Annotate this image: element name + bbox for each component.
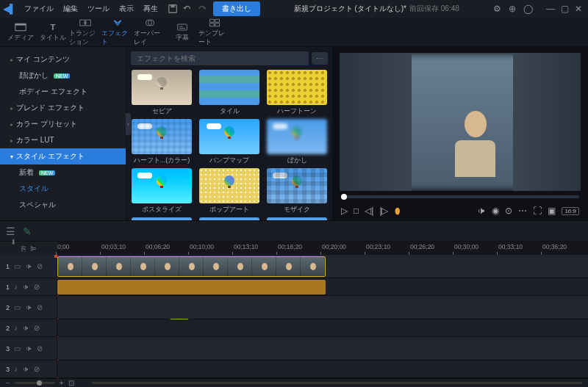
tab-subtitle[interactable]: 字幕	[166, 22, 198, 43]
new-badge: NEW	[54, 73, 70, 79]
effect-bumpmap[interactable]: バンプマップ	[197, 119, 262, 165]
video-icon: ▭	[14, 262, 21, 270]
search-input[interactable]	[131, 51, 309, 65]
zoom-fit-icon[interactable]: ⊡	[68, 379, 74, 387]
timeline-scrollbar[interactable]	[92, 382, 582, 384]
zoom-in-icon[interactable]: +	[60, 379, 64, 387]
sidebar-item-bodyeffect[interactable]: ボディー エフェクト	[0, 84, 126, 100]
close-icon[interactable]: ✕	[575, 4, 582, 14]
tab-transition[interactable]: トランジション	[69, 18, 101, 47]
magnet-icon[interactable]: ⊫	[30, 245, 37, 253]
sidebar-item-style[interactable]: スタイル	[0, 181, 126, 197]
lock-track-icon[interactable]: ⊘	[34, 283, 40, 291]
dock-icon[interactable]: ▣	[548, 206, 556, 216]
next-frame-icon[interactable]: |▷	[379, 206, 388, 216]
menu-tool[interactable]: ツール	[84, 2, 113, 15]
save-icon[interactable]	[168, 4, 178, 14]
zoom-slider[interactable]	[15, 382, 55, 384]
maximize-icon[interactable]: ▢	[561, 4, 569, 14]
svg-rect-15	[215, 23, 220, 26]
effect-tile[interactable]: タイル	[197, 70, 262, 116]
effect-halftone-color[interactable]: ハーフト...(カラー)	[129, 119, 194, 165]
zoom-out-icon[interactable]: −	[6, 379, 10, 387]
menu-edit[interactable]: 編集	[60, 2, 82, 15]
mute-icon[interactable]: 🕩	[477, 206, 486, 216]
effect-blur[interactable]: ぼかし	[265, 119, 329, 165]
video-clip[interactable]	[57, 256, 326, 277]
tab-media[interactable]: メディア	[4, 22, 37, 43]
track-manager-icon[interactable]: ☰	[6, 225, 15, 237]
lock-track-icon[interactable]: ⊘	[37, 262, 43, 270]
aspect-badge[interactable]: 16:9	[562, 207, 579, 215]
time-ruler[interactable]: 0;0000;03;1000;06;2000;10;0000;13;1000;1…	[57, 242, 588, 255]
tab-template[interactable]: テンプレート	[198, 18, 231, 47]
quality-icon[interactable]: ⊙	[505, 206, 512, 216]
settings-icon[interactable]: ⚙	[493, 4, 501, 14]
tab-effect[interactable]: エフェクト	[101, 18, 134, 47]
snap-icon[interactable]: ⎘	[21, 245, 26, 253]
track-row: 2▭🕩⊘	[0, 296, 588, 319]
mute-track-icon[interactable]: 🕩	[25, 262, 32, 270]
effect-posterize[interactable]: ポスタライズ	[129, 168, 194, 214]
effect-mosaic[interactable]: モザイク	[265, 168, 329, 214]
export-button[interactable]: 書き出し	[213, 1, 260, 16]
sidebar-item-mycontent[interactable]: ▸マイ コンテンツ	[0, 51, 126, 68]
lock-track-icon[interactable]: ⊘	[34, 365, 40, 373]
sidebar-item-special[interactable]: スペシャル	[0, 197, 126, 213]
mute-track-icon[interactable]: 🕩	[22, 283, 29, 291]
effect-popart[interactable]: ポップアート	[197, 168, 262, 214]
sidebar-item-colorpreset[interactable]: ▸カラー プリセット	[0, 116, 126, 132]
compare-icon[interactable]: ⋯	[518, 206, 527, 216]
track-head: 3▭🕩⊘	[0, 337, 57, 360]
lock-track-icon[interactable]: ⊘	[37, 344, 43, 352]
play-icon[interactable]: ▷	[341, 206, 348, 216]
prev-frame-icon[interactable]: ◁|	[365, 206, 373, 216]
track-body[interactable]	[57, 337, 588, 360]
menu-view[interactable]: 表示	[115, 2, 137, 15]
collapse-handle-icon[interactable]: ‹	[126, 113, 131, 135]
effect-more-1[interactable]	[129, 217, 194, 220]
track-head: 1♪🕩⊘	[0, 278, 57, 295]
mute-track-icon[interactable]: 🕩	[25, 344, 32, 352]
tab-overlay[interactable]: オーバーレイ	[134, 18, 166, 47]
snapshot-icon[interactable]: ◉	[492, 206, 499, 216]
sidebar-item-styleeffect[interactable]: ▾スタイル エフェクト	[0, 148, 126, 164]
undo-icon[interactable]	[182, 4, 193, 14]
sidebar-item-faceblur[interactable]: 顔ぼかしNEW	[0, 68, 126, 84]
track-body[interactable]	[57, 319, 588, 336]
mute-track-icon[interactable]: 🕩	[22, 324, 29, 332]
sidebar-item-new[interactable]: 新着NEW	[0, 164, 126, 181]
svg-rect-13	[215, 19, 220, 22]
stop-icon[interactable]: □	[354, 206, 359, 216]
effect-halftone[interactable]: ハーフトーン	[265, 70, 329, 116]
menu-play[interactable]: 再生	[140, 2, 162, 15]
track-body[interactable]: 1477830880_HD	[57, 255, 588, 278]
marker-icon[interactable]: ⬮	[395, 206, 401, 216]
preview-scrubber[interactable]	[341, 195, 579, 198]
pen-icon[interactable]: ✎	[23, 225, 32, 237]
effect-more-3[interactable]	[265, 217, 329, 220]
mute-track-icon[interactable]: 🕩	[22, 365, 29, 373]
mute-track-icon[interactable]: 🕩	[25, 303, 32, 311]
track-body[interactable]	[57, 278, 588, 295]
cloud-icon[interactable]: ⊕	[509, 4, 516, 14]
lock-track-icon[interactable]: ⊘	[34, 324, 40, 332]
lock-track-icon[interactable]: ⊘	[37, 303, 43, 311]
svg-rect-3	[15, 23, 26, 25]
track-body[interactable]	[57, 361, 588, 377]
sidebar-item-colorlut[interactable]: ▸カラー LUT	[0, 132, 126, 148]
tab-title[interactable]: Tタイトル	[37, 22, 69, 43]
fullscreen-icon[interactable]: ⛶	[533, 206, 542, 216]
sidebar-item-blendeffect[interactable]: ▸ブレンド エフェクト	[0, 100, 126, 116]
minimize-icon[interactable]: —	[546, 4, 555, 14]
track-body[interactable]	[57, 296, 588, 319]
track-row: 1♪🕩⊘	[0, 278, 588, 296]
menu-file[interactable]: ファイル	[21, 2, 57, 15]
audio-clip[interactable]	[57, 280, 326, 294]
redo-icon[interactable]	[197, 4, 207, 14]
preview-canvas[interactable]	[340, 53, 581, 191]
effect-sepia[interactable]: セピア	[129, 70, 194, 116]
more-icon[interactable]: ⋯	[312, 52, 328, 65]
effect-more-2[interactable]	[197, 217, 262, 220]
account-icon[interactable]: ◯	[523, 4, 533, 14]
